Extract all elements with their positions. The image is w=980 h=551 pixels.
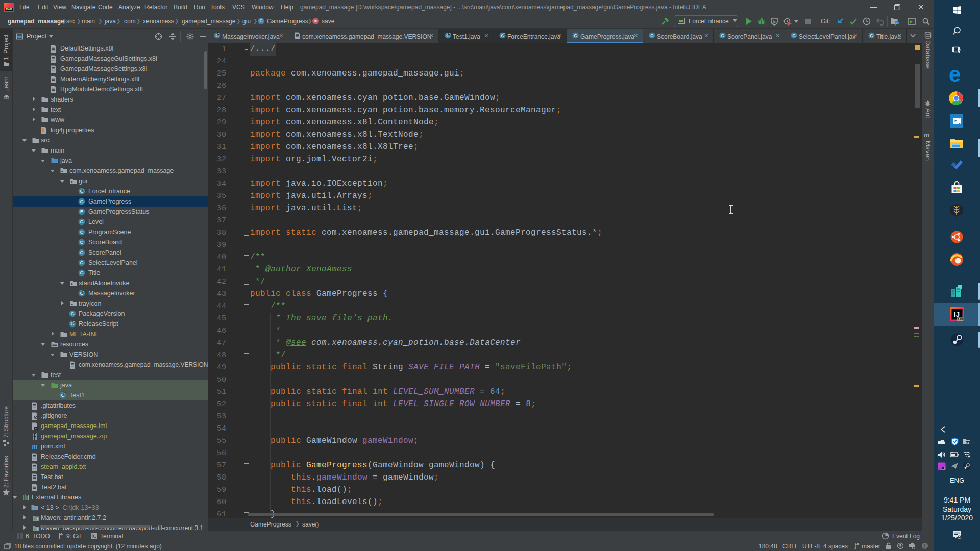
svg-text:EAP: EAP [957, 318, 963, 321]
svg-text:KB: KB [966, 441, 970, 444]
